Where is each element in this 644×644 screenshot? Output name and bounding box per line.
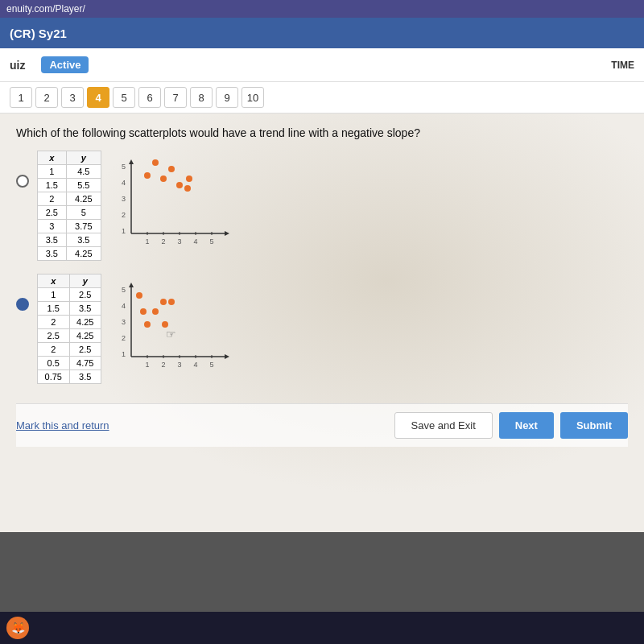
svg-text:3: 3 <box>122 318 126 326</box>
question-num-10[interactable]: 10 <box>242 87 264 108</box>
svg-text:3: 3 <box>122 195 126 203</box>
taskbar-icon[interactable]: 🦊 <box>6 617 29 639</box>
table-row: 24.25 <box>38 316 101 329</box>
svg-text:4: 4 <box>193 361 197 369</box>
table-row: 33.75 <box>38 220 101 233</box>
question-num-2[interactable]: 2 <box>35 87 58 108</box>
svg-point-51 <box>140 308 147 315</box>
browser-url: enuity.com/Player/ <box>6 3 85 14</box>
table-row: 22.5 <box>38 343 101 357</box>
scatter-chart-2: 1 2 3 4 5 1 2 3 4 5 <box>111 280 232 380</box>
svg-text:3: 3 <box>177 237 181 246</box>
table-row: 1.55.5 <box>38 179 101 192</box>
bottom-action-bar: Mark this and return Save and Exit Next … <box>16 403 628 447</box>
svg-text:4: 4 <box>122 302 126 310</box>
table-row: 14.5 <box>38 165 101 179</box>
action-buttons: Save and Exit Next Submit <box>394 412 628 439</box>
scatter-svg-1: 1 2 3 4 5 1 2 3 4 5 <box>111 157 232 254</box>
table-row: 24.25 <box>38 192 101 206</box>
col-header-x1: x <box>38 151 67 165</box>
svg-marker-2 <box>129 159 134 164</box>
mark-return-link[interactable]: Mark this and return <box>16 419 109 431</box>
table-row: 3.53.5 <box>38 233 101 247</box>
svg-point-49 <box>162 321 168 328</box>
data-table-2: xy 12.5 1.53.5 24.25 2.54.25 22.5 0.54.7… <box>37 274 101 384</box>
timer-area: TIME <box>611 60 634 71</box>
question-num-3[interactable]: 3 <box>61 87 84 108</box>
option-row-2: xy 12.5 1.53.5 24.25 2.54.25 22.5 0.54.7… <box>16 274 628 384</box>
question-numbers-bar: 1 2 3 4 5 6 7 8 9 10 <box>0 82 644 114</box>
svg-point-19 <box>144 172 151 179</box>
svg-text:2: 2 <box>161 361 165 369</box>
next-button[interactable]: Next <box>499 412 554 439</box>
app-title: (CR) Sy21 <box>10 27 67 40</box>
radio-option-2[interactable] <box>16 298 29 311</box>
table-row: 3.54.25 <box>38 247 101 261</box>
svg-point-25 <box>186 175 192 182</box>
svg-text:5: 5 <box>209 361 213 369</box>
svg-text:3: 3 <box>177 361 181 369</box>
svg-point-20 <box>152 159 159 166</box>
question-num-8[interactable]: 8 <box>190 87 213 108</box>
svg-text:2: 2 <box>122 334 126 342</box>
svg-text:1: 1 <box>145 237 149 246</box>
question-num-7[interactable]: 7 <box>164 87 187 108</box>
svg-text:1: 1 <box>122 350 126 358</box>
save-exit-button[interactable]: Save and Exit <box>394 412 493 439</box>
option-content-2: xy 12.5 1.53.5 24.25 2.54.25 22.5 0.54.7… <box>37 274 232 384</box>
table-row: 0.54.75 <box>38 357 101 370</box>
svg-text:1: 1 <box>145 361 149 369</box>
option-content-1: xy 14.5 1.55.5 24.25 2.55 33.75 3.53.5 3… <box>37 151 232 261</box>
question-num-6[interactable]: 6 <box>138 87 161 108</box>
col-header-y1: y <box>66 151 101 165</box>
svg-text:1: 1 <box>122 227 126 235</box>
scatter-chart-1: 1 2 3 4 5 1 2 3 4 5 <box>111 157 232 257</box>
table-row: 0.753.5 <box>38 370 101 384</box>
svg-marker-3 <box>225 231 229 236</box>
data-table-1: xy 14.5 1.55.5 24.25 2.55 33.75 3.53.5 3… <box>37 151 101 261</box>
quiz-label: uiz <box>10 59 25 72</box>
quiz-nav-bar: uiz Active TIME <box>0 48 644 82</box>
table-row: 12.5 <box>38 288 101 302</box>
svg-text:5: 5 <box>122 163 126 171</box>
svg-point-21 <box>160 175 167 182</box>
svg-point-50 <box>136 292 142 299</box>
svg-text:2: 2 <box>122 211 126 219</box>
question-num-4[interactable]: 4 <box>87 87 109 108</box>
main-content: Which of the following scatterplots woul… <box>0 114 644 532</box>
table-row: 2.55 <box>38 206 101 220</box>
options-container: xy 14.5 1.55.5 24.25 2.55 33.75 3.53.5 3… <box>16 151 628 384</box>
question-num-9[interactable]: 9 <box>216 87 238 108</box>
svg-text:2: 2 <box>161 237 165 246</box>
svg-marker-29 <box>225 354 229 359</box>
svg-point-46 <box>152 308 159 315</box>
svg-point-45 <box>144 321 151 328</box>
svg-point-23 <box>176 182 183 188</box>
svg-point-22 <box>168 166 175 172</box>
col-header-y2: y <box>69 275 101 288</box>
table-row: 1.53.5 <box>38 302 101 316</box>
radio-option-1[interactable] <box>16 175 29 188</box>
svg-marker-28 <box>129 283 134 287</box>
question-num-5[interactable]: 5 <box>113 87 135 108</box>
svg-text:☞: ☞ <box>166 328 176 341</box>
svg-point-24 <box>184 185 191 192</box>
table-row: 2.54.25 <box>38 329 101 343</box>
option-row-1: xy 14.5 1.55.5 24.25 2.55 33.75 3.53.5 3… <box>16 151 628 261</box>
svg-text:5: 5 <box>122 286 126 294</box>
timer-label: TIME <box>611 60 634 71</box>
active-badge: Active <box>41 56 89 73</box>
submit-button[interactable]: Submit <box>560 412 628 439</box>
browser-bar: enuity.com/Player/ <box>0 0 644 18</box>
svg-text:5: 5 <box>209 237 213 246</box>
col-header-x2: x <box>38 275 70 288</box>
svg-text:4: 4 <box>193 237 197 246</box>
question-num-1[interactable]: 1 <box>10 87 32 108</box>
app-header: (CR) Sy21 <box>0 18 644 48</box>
scatter-svg-2: 1 2 3 4 5 1 2 3 4 5 <box>111 280 232 377</box>
question-text: Which of the following scatterplots woul… <box>16 126 628 139</box>
taskbar: 🦊 <box>0 612 644 644</box>
svg-text:4: 4 <box>122 179 126 187</box>
svg-point-48 <box>168 299 175 305</box>
svg-point-47 <box>160 299 167 305</box>
